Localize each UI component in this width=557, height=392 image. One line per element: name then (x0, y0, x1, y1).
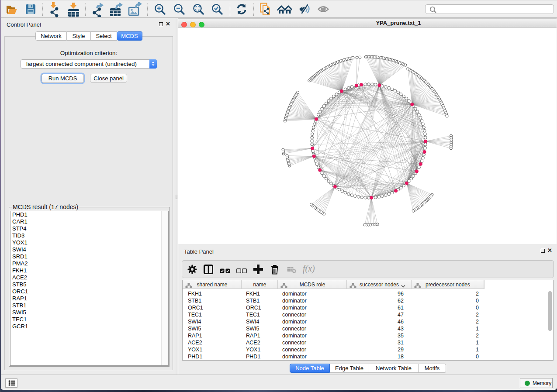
svg-text:f(x): f(x) (303, 264, 315, 274)
